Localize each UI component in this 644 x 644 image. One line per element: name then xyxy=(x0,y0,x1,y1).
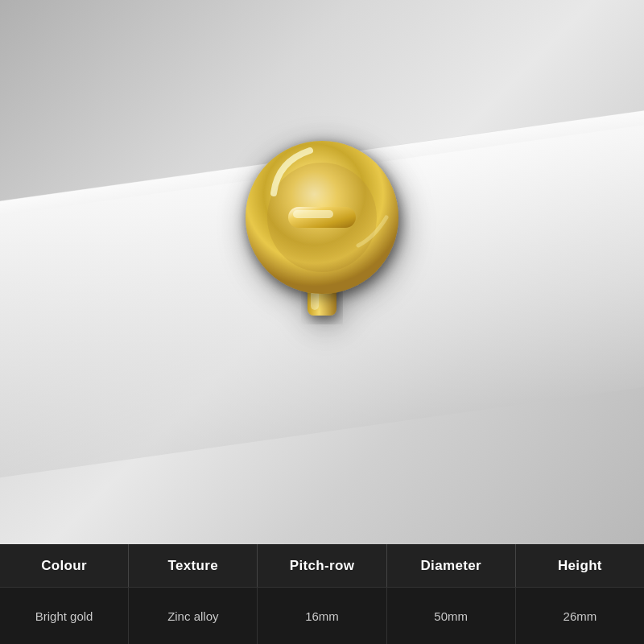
info-bar: Colour Texture Pitch-row Diameter Height… xyxy=(0,544,644,644)
svg-rect-5 xyxy=(293,210,333,218)
header-height: Height xyxy=(516,544,644,587)
value-height: 26mm xyxy=(516,588,644,644)
header-texture: Texture xyxy=(129,544,258,587)
product-page: Colour Texture Pitch-row Diameter Height… xyxy=(0,0,644,644)
header-colour: Colour xyxy=(0,544,129,587)
knob-container xyxy=(233,125,411,334)
value-colour: Bright gold xyxy=(0,588,129,644)
header-pitchrow: Pitch-row xyxy=(258,544,386,587)
info-header-row: Colour Texture Pitch-row Diameter Height xyxy=(0,544,644,588)
product-image-area xyxy=(0,0,644,544)
value-texture: Zinc alloy xyxy=(129,588,258,644)
value-pitchrow: 16mm xyxy=(258,588,386,644)
info-values-row: Bright gold Zinc alloy 16mm 50mm 26mm xyxy=(0,588,644,644)
header-diameter: Diameter xyxy=(387,544,516,587)
value-diameter: 50mm xyxy=(387,588,516,644)
